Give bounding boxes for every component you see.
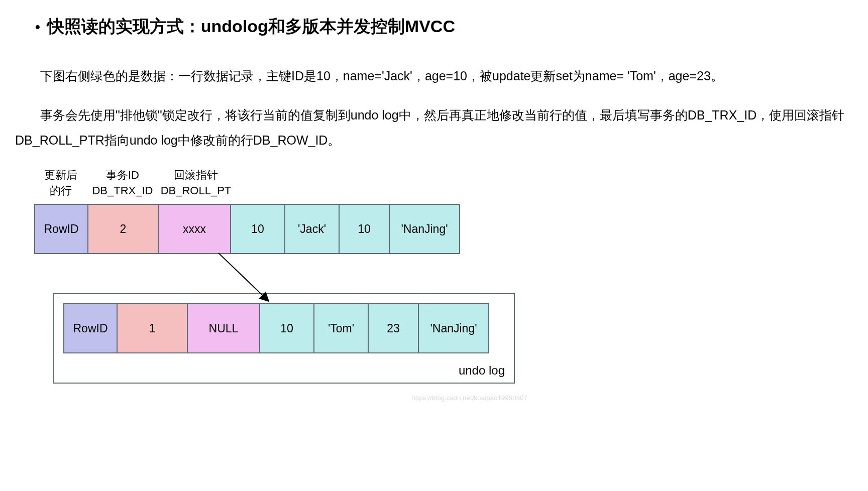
label-updated-row: 更新后 的行 [34, 168, 87, 199]
cell-rowid: RowID [35, 205, 88, 253]
label-trx-id: 事务ID DB_TRX_ID [87, 168, 158, 199]
cell-city: 'NanJing' [390, 205, 459, 253]
watermark: https://blog.csdn.net/kuaipao19950507 [411, 394, 527, 402]
paragraph-2: 事务会先使用"排他锁"锁定改行，将该行当前的值复制到undo log中，然后再真… [15, 102, 853, 153]
cell-ptr: xxxx [159, 205, 231, 253]
cell-rowid: RowID [64, 304, 118, 352]
undo-log-label: undo log [459, 363, 505, 378]
paragraph-1: 下图右侧绿色的是数据：一行数据记录，主键ID是10，name='Jack'，ag… [15, 63, 853, 88]
label-line: 更新后 [34, 168, 87, 183]
cell-ptr: NULL [188, 304, 260, 352]
label-roll-ptr: 回滚指针 DB_ROLL_PT [158, 168, 234, 199]
cell-name: 'Jack' [285, 205, 340, 253]
label-line: DB_TRX_ID [87, 183, 158, 199]
bullet-icon: • [35, 19, 40, 35]
label-line: 事务ID [87, 168, 158, 183]
current-row: RowID 2 xxxx 10 'Jack' 10 'NanJing' [34, 204, 460, 254]
cell-age: 23 [369, 304, 419, 352]
undo-row: RowID 1 NULL 10 'Tom' 23 'NanJing' [63, 303, 489, 353]
label-line: DB_ROLL_PT [158, 183, 234, 199]
cell-name: 'Tom' [314, 304, 369, 352]
page-title: 快照读的实现方式：undolog和多版本并发控制MVCC [47, 15, 455, 38]
label-line: 的行 [34, 183, 87, 199]
cell-age: 10 [340, 205, 390, 253]
cell-trx: 1 [118, 304, 188, 352]
column-labels: 更新后 的行 事务ID DB_TRX_ID 回滚指针 DB_ROLL_PT [34, 168, 234, 199]
cell-id: 10 [231, 205, 285, 253]
cell-city: 'NanJing' [419, 304, 488, 352]
cell-trx: 2 [88, 205, 159, 253]
mvcc-diagram: 更新后 的行 事务ID DB_TRX_ID 回滚指针 DB_ROLL_PT Ro… [25, 168, 527, 399]
cell-id: 10 [260, 304, 314, 352]
label-line: 回滚指针 [158, 168, 234, 183]
